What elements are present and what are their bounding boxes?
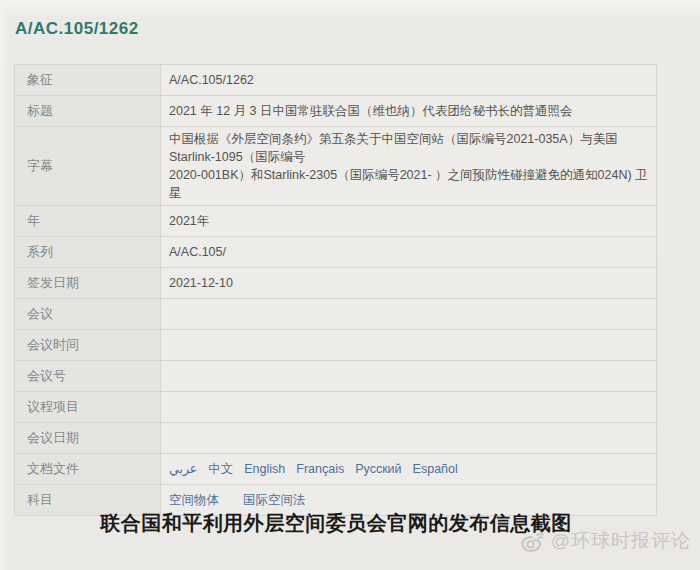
table-row: 标题2021 年 12 月 3 日中国常驻联合国（维也纳）代表团给秘书长的普通照…	[15, 96, 657, 127]
table-row: 象征A/AC.105/1262	[15, 65, 657, 96]
row-label: 签发日期	[15, 268, 161, 299]
row-value	[161, 423, 657, 454]
row-label: 会议时间	[15, 330, 161, 361]
watermark-handle: @环球时报评论	[551, 528, 691, 554]
language-link[interactable]: Русский	[355, 462, 401, 476]
weibo-logo-icon	[519, 530, 546, 553]
row-label: 字幕	[15, 127, 161, 206]
row-value	[161, 299, 657, 330]
table-row: 文档文件عربي中文EnglishFrançaisРусскийEspañol	[15, 454, 657, 485]
row-label: 文档文件	[15, 454, 161, 485]
language-link[interactable]: Français	[296, 462, 344, 476]
subject-link[interactable]: 国际空间法	[243, 493, 306, 507]
row-value: A/AC.105/1262	[161, 65, 657, 96]
row-value: 中国根据《外层空间条约》第五条关于中国空间站（国际编号2021-035A）与美国…	[161, 127, 657, 206]
table-row: 议程项目	[15, 392, 657, 423]
row-value: 2021 年 12 月 3 日中国常驻联合国（维也纳）代表团给秘书长的普通照会	[161, 96, 657, 127]
table-row: 会议	[15, 299, 657, 330]
subject-link[interactable]: 空间物体	[169, 493, 219, 507]
row-label: 会议	[15, 299, 161, 330]
row-label: 会议日期	[15, 423, 161, 454]
document-info-table: 象征A/AC.105/1262标题2021 年 12 月 3 日中国常驻联合国（…	[14, 64, 657, 516]
row-label: 象征	[15, 65, 161, 96]
frame-edge-highlight	[0, 0, 9, 570]
row-value	[161, 330, 657, 361]
row-label: 系列	[15, 237, 161, 268]
table-row: 签发日期2021-12-10	[15, 268, 657, 299]
info-table-body: 象征A/AC.105/1262标题2021 年 12 月 3 日中国常驻联合国（…	[15, 65, 657, 516]
language-link[interactable]: English	[244, 462, 285, 476]
table-row: 会议时间	[15, 330, 657, 361]
language-link[interactable]: عربي	[169, 462, 197, 476]
table-row: 会议号	[15, 361, 657, 392]
table-row: 系列A/AC.105/	[15, 237, 657, 268]
subtitle-line: 2020-001BK）和Starlink-2305（国际编号2021- ）之间预…	[169, 166, 650, 202]
row-value	[161, 392, 657, 423]
weibo-watermark: @环球时报评论	[519, 528, 691, 554]
row-value	[161, 361, 657, 392]
language-link[interactable]: 中文	[208, 462, 233, 476]
table-row: 会议日期	[15, 423, 657, 454]
row-label: 标题	[15, 96, 161, 127]
row-label: 议程项目	[15, 392, 161, 423]
row-value: 2021年	[161, 206, 657, 237]
row-label: 年	[15, 206, 161, 237]
row-label: 会议号	[15, 361, 161, 392]
table-row: 年2021年	[15, 206, 657, 237]
subtitle-line: 中国根据《外层空间条约》第五条关于中国空间站（国际编号2021-035A）与美国…	[169, 130, 650, 166]
table-row: 字幕中国根据《外层空间条约》第五条关于中国空间站（国际编号2021-035A）与…	[15, 127, 657, 206]
language-link[interactable]: Español	[413, 462, 458, 476]
row-value: عربي中文EnglishFrançaisРусскийEspañol	[161, 454, 657, 485]
document-symbol-title: A/AC.105/1262	[15, 19, 139, 39]
row-value: 2021-12-10	[161, 268, 657, 299]
row-value: A/AC.105/	[161, 237, 657, 268]
